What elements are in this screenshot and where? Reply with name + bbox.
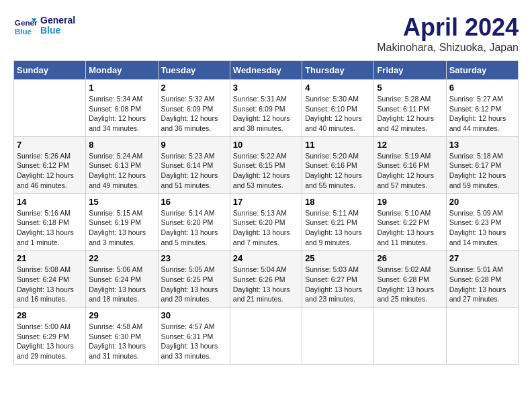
calendar-cell: 24Sunrise: 5:04 AM Sunset: 6:26 PM Dayli… bbox=[230, 250, 302, 308]
calendar-cell: 26Sunrise: 5:02 AM Sunset: 6:28 PM Dayli… bbox=[374, 250, 446, 308]
day-info: Sunrise: 5:08 AM Sunset: 6:24 PM Dayligh… bbox=[17, 265, 83, 304]
calendar-week-row: 21Sunrise: 5:08 AM Sunset: 6:24 PM Dayli… bbox=[14, 250, 519, 308]
calendar-cell bbox=[302, 308, 374, 365]
calendar-week-row: 28Sunrise: 5:00 AM Sunset: 6:29 PM Dayli… bbox=[14, 308, 519, 365]
day-number: 21 bbox=[17, 253, 83, 263]
calendar-cell: 4Sunrise: 5:30 AM Sunset: 6:10 PM Daylig… bbox=[302, 80, 374, 137]
day-number: 23 bbox=[161, 253, 227, 263]
day-info: Sunrise: 5:04 AM Sunset: 6:26 PM Dayligh… bbox=[233, 265, 299, 304]
day-number: 28 bbox=[17, 310, 83, 320]
calendar-cell: 21Sunrise: 5:08 AM Sunset: 6:24 PM Dayli… bbox=[14, 250, 86, 308]
day-info: Sunrise: 5:27 AM Sunset: 6:12 PM Dayligh… bbox=[449, 94, 515, 134]
svg-text:Blue: Blue bbox=[15, 27, 32, 36]
calendar-cell: 5Sunrise: 5:28 AM Sunset: 6:11 PM Daylig… bbox=[374, 80, 446, 137]
day-header-monday: Monday bbox=[86, 61, 158, 80]
calendar-cell: 20Sunrise: 5:09 AM Sunset: 6:23 PM Dayli… bbox=[446, 193, 518, 250]
day-info: Sunrise: 5:06 AM Sunset: 6:24 PM Dayligh… bbox=[89, 265, 154, 304]
calendar-week-row: 1Sunrise: 5:34 AM Sunset: 6:08 PM Daylig… bbox=[14, 80, 519, 137]
day-number: 2 bbox=[161, 83, 227, 93]
day-number: 10 bbox=[233, 140, 299, 150]
day-info: Sunrise: 5:23 AM Sunset: 6:14 PM Dayligh… bbox=[161, 151, 227, 191]
logo: General Blue General Blue bbox=[13, 13, 75, 38]
day-number: 9 bbox=[161, 140, 227, 150]
day-info: Sunrise: 5:28 AM Sunset: 6:11 PM Dayligh… bbox=[377, 94, 443, 134]
page-header: General Blue General Blue April 2024 Mak… bbox=[13, 13, 519, 54]
calendar-cell: 30Sunrise: 4:57 AM Sunset: 6:31 PM Dayli… bbox=[158, 308, 230, 365]
day-number: 6 bbox=[449, 83, 515, 93]
calendar-cell: 9Sunrise: 5:23 AM Sunset: 6:14 PM Daylig… bbox=[158, 136, 230, 193]
day-number: 13 bbox=[449, 140, 515, 150]
calendar-cell: 19Sunrise: 5:10 AM Sunset: 6:22 PM Dayli… bbox=[374, 193, 446, 250]
location-subtitle: Makinohara, Shizuoka, Japan bbox=[377, 42, 519, 54]
day-header-wednesday: Wednesday bbox=[230, 61, 302, 80]
day-info: Sunrise: 5:34 AM Sunset: 6:08 PM Dayligh… bbox=[89, 94, 154, 134]
logo-blue: Blue bbox=[40, 26, 75, 36]
day-info: Sunrise: 5:30 AM Sunset: 6:10 PM Dayligh… bbox=[305, 94, 371, 134]
day-number: 30 bbox=[161, 310, 227, 320]
day-number: 27 bbox=[449, 253, 515, 263]
calendar-cell bbox=[14, 80, 86, 137]
day-header-saturday: Saturday bbox=[446, 61, 518, 80]
calendar-cell: 11Sunrise: 5:20 AM Sunset: 6:16 PM Dayli… bbox=[302, 136, 374, 193]
title-area: April 2024 Makinohara, Shizuoka, Japan bbox=[377, 13, 519, 54]
calendar-cell: 25Sunrise: 5:03 AM Sunset: 6:27 PM Dayli… bbox=[302, 250, 374, 308]
day-number: 16 bbox=[161, 197, 227, 207]
calendar-table: SundayMondayTuesdayWednesdayThursdayFrid… bbox=[13, 60, 519, 365]
calendar-week-row: 14Sunrise: 5:16 AM Sunset: 6:18 PM Dayli… bbox=[14, 193, 519, 250]
calendar-cell: 28Sunrise: 5:00 AM Sunset: 6:29 PM Dayli… bbox=[14, 308, 86, 365]
calendar-cell bbox=[230, 308, 302, 365]
calendar-cell: 23Sunrise: 5:05 AM Sunset: 6:25 PM Dayli… bbox=[158, 250, 230, 308]
calendar-cell: 15Sunrise: 5:15 AM Sunset: 6:19 PM Dayli… bbox=[86, 193, 158, 250]
logo-icon: General Blue bbox=[13, 13, 38, 38]
day-info: Sunrise: 5:09 AM Sunset: 6:23 PM Dayligh… bbox=[449, 208, 515, 248]
day-info: Sunrise: 5:05 AM Sunset: 6:25 PM Dayligh… bbox=[161, 265, 227, 304]
day-number: 1 bbox=[89, 83, 154, 93]
day-number: 18 bbox=[305, 197, 371, 207]
day-info: Sunrise: 5:16 AM Sunset: 6:18 PM Dayligh… bbox=[17, 208, 83, 248]
calendar-cell: 16Sunrise: 5:14 AM Sunset: 6:20 PM Dayli… bbox=[158, 193, 230, 250]
day-number: 15 bbox=[89, 197, 154, 207]
day-info: Sunrise: 5:02 AM Sunset: 6:28 PM Dayligh… bbox=[377, 265, 443, 304]
calendar-cell: 1Sunrise: 5:34 AM Sunset: 6:08 PM Daylig… bbox=[86, 80, 158, 137]
day-info: Sunrise: 5:15 AM Sunset: 6:19 PM Dayligh… bbox=[89, 208, 154, 248]
day-info: Sunrise: 5:10 AM Sunset: 6:22 PM Dayligh… bbox=[377, 208, 443, 248]
calendar-cell: 2Sunrise: 5:32 AM Sunset: 6:09 PM Daylig… bbox=[158, 80, 230, 137]
logo-general: General bbox=[40, 15, 75, 26]
day-info: Sunrise: 5:01 AM Sunset: 6:28 PM Dayligh… bbox=[449, 265, 515, 304]
day-number: 26 bbox=[377, 253, 443, 263]
calendar-cell bbox=[446, 308, 518, 365]
calendar-cell: 29Sunrise: 4:58 AM Sunset: 6:30 PM Dayli… bbox=[86, 308, 158, 365]
day-number: 7 bbox=[17, 140, 83, 150]
day-number: 4 bbox=[305, 83, 371, 93]
day-info: Sunrise: 5:32 AM Sunset: 6:09 PM Dayligh… bbox=[161, 94, 227, 134]
day-header-friday: Friday bbox=[374, 61, 446, 80]
day-number: 17 bbox=[233, 197, 299, 207]
calendar-cell bbox=[374, 308, 446, 365]
calendar-cell: 8Sunrise: 5:24 AM Sunset: 6:13 PM Daylig… bbox=[86, 136, 158, 193]
day-info: Sunrise: 5:26 AM Sunset: 6:12 PM Dayligh… bbox=[17, 151, 83, 191]
calendar-cell: 22Sunrise: 5:06 AM Sunset: 6:24 PM Dayli… bbox=[86, 250, 158, 308]
day-header-thursday: Thursday bbox=[302, 61, 374, 80]
day-info: Sunrise: 5:20 AM Sunset: 6:16 PM Dayligh… bbox=[305, 151, 371, 191]
day-info: Sunrise: 5:19 AM Sunset: 6:16 PM Dayligh… bbox=[377, 151, 443, 191]
day-info: Sunrise: 5:18 AM Sunset: 6:17 PM Dayligh… bbox=[449, 151, 515, 191]
calendar-cell: 13Sunrise: 5:18 AM Sunset: 6:17 PM Dayli… bbox=[446, 136, 518, 193]
day-number: 29 bbox=[89, 310, 154, 320]
day-number: 12 bbox=[377, 140, 443, 150]
day-info: Sunrise: 5:22 AM Sunset: 6:15 PM Dayligh… bbox=[233, 151, 299, 191]
calendar-cell: 6Sunrise: 5:27 AM Sunset: 6:12 PM Daylig… bbox=[446, 80, 518, 137]
calendar-header-row: SundayMondayTuesdayWednesdayThursdayFrid… bbox=[14, 61, 519, 80]
calendar-week-row: 7Sunrise: 5:26 AM Sunset: 6:12 PM Daylig… bbox=[14, 136, 519, 193]
day-info: Sunrise: 5:31 AM Sunset: 6:09 PM Dayligh… bbox=[233, 94, 299, 134]
calendar-cell: 18Sunrise: 5:11 AM Sunset: 6:21 PM Dayli… bbox=[302, 193, 374, 250]
calendar-cell: 3Sunrise: 5:31 AM Sunset: 6:09 PM Daylig… bbox=[230, 80, 302, 137]
day-info: Sunrise: 5:11 AM Sunset: 6:21 PM Dayligh… bbox=[305, 208, 371, 248]
day-number: 14 bbox=[17, 197, 83, 207]
day-info: Sunrise: 5:24 AM Sunset: 6:13 PM Dayligh… bbox=[89, 151, 154, 191]
day-info: Sunrise: 5:03 AM Sunset: 6:27 PM Dayligh… bbox=[305, 265, 371, 304]
day-number: 24 bbox=[233, 253, 299, 263]
day-info: Sunrise: 5:13 AM Sunset: 6:20 PM Dayligh… bbox=[233, 208, 299, 248]
day-number: 5 bbox=[377, 83, 443, 93]
day-info: Sunrise: 5:00 AM Sunset: 6:29 PM Dayligh… bbox=[17, 322, 83, 361]
day-info: Sunrise: 4:57 AM Sunset: 6:31 PM Dayligh… bbox=[161, 322, 227, 361]
